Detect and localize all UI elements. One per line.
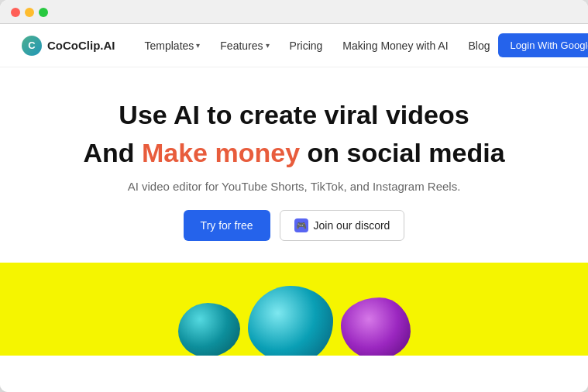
- hero-title-prefix: And: [83, 138, 142, 167]
- hero-section: Use AI to create viral videos And Make m…: [0, 67, 588, 392]
- hero-subtitle: AI video editor for YouTube Shorts, TikT…: [128, 180, 461, 193]
- login-with-google-button[interactable]: Login With Google: [498, 33, 588, 57]
- blob-container: [178, 286, 411, 356]
- traffic-lights: [11, 8, 48, 17]
- hero-title-line2: And Make money on social media: [83, 136, 504, 170]
- hero-title-suffix: on social media: [300, 138, 505, 167]
- discord-icon: 🎮: [294, 218, 308, 232]
- blob-purple: [341, 297, 411, 356]
- nav-item-features[interactable]: Features ▾: [212, 35, 277, 57]
- nav-item-templates[interactable]: Templates ▾: [137, 35, 208, 57]
- browser-content: C CoCoClip.AI Templates ▾ Features ▾ Pri…: [0, 24, 588, 392]
- chevron-down-icon: ▾: [196, 41, 200, 50]
- hero-title-highlight: Make money: [142, 138, 300, 167]
- hero-buttons: Try for free 🎮 Join our discord: [184, 210, 405, 241]
- try-for-free-button[interactable]: Try for free: [184, 210, 270, 241]
- nav-making-money-label: Making Money with AI: [342, 40, 448, 52]
- logo-icon: C: [22, 36, 42, 56]
- nav-blog-label: Blog: [469, 40, 490, 52]
- logo-text: CoCoClip.AI: [47, 39, 115, 52]
- browser-window: C CoCoClip.AI Templates ▾ Features ▾ Pri…: [0, 0, 588, 392]
- close-button[interactable]: [11, 8, 20, 17]
- blob-teal: [178, 303, 240, 356]
- nav-templates-label: Templates: [145, 40, 194, 52]
- nav-pricing-label: Pricing: [290, 40, 323, 52]
- blob-blue: [248, 286, 333, 356]
- hero-visual: [0, 263, 588, 356]
- nav-item-blog[interactable]: Blog: [461, 35, 498, 57]
- maximize-button[interactable]: [39, 8, 48, 17]
- browser-chrome: [0, 0, 588, 24]
- logo[interactable]: C CoCoClip.AI: [22, 36, 115, 56]
- minimize-button[interactable]: [25, 8, 34, 17]
- nav-item-making-money[interactable]: Making Money with AI: [335, 35, 456, 57]
- join-discord-label: Join our discord: [314, 219, 390, 232]
- chevron-down-icon: ▾: [266, 41, 270, 50]
- nav-item-pricing[interactable]: Pricing: [282, 35, 331, 57]
- navbar: C CoCoClip.AI Templates ▾ Features ▾ Pri…: [0, 24, 588, 67]
- nav-links: Templates ▾ Features ▾ Pricing Making Mo…: [137, 35, 498, 57]
- hero-title-line1: Use AI to create viral videos: [119, 98, 469, 132]
- join-discord-button[interactable]: 🎮 Join our discord: [280, 210, 405, 241]
- nav-features-label: Features: [220, 40, 263, 52]
